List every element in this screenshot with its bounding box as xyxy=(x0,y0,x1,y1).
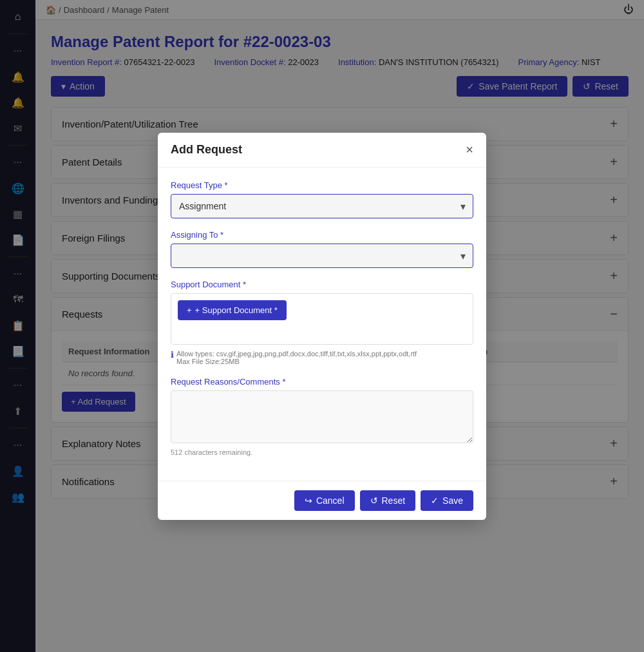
assigning-to-select-wrapper xyxy=(171,244,473,268)
support-document-area: + + Support Document * xyxy=(171,293,473,345)
support-document-label: Support Document * xyxy=(171,280,473,289)
file-info: ℹ Allow types: csv,gif,jpeg,jpg,png,pdf,… xyxy=(171,350,473,365)
modal-overlay[interactable]: Add Request × Request Type * AssignmentL… xyxy=(0,0,644,652)
assigning-to-label: Assigning To * xyxy=(171,230,473,240)
cancel-button[interactable]: ↪ Cancel xyxy=(294,490,355,511)
plus-icon: + xyxy=(187,305,192,315)
modal-reset-button[interactable]: ↺ Reset xyxy=(360,490,416,511)
modal-save-button[interactable]: ✓ Save xyxy=(421,490,473,511)
request-type-select[interactable]: AssignmentLicenseOther xyxy=(171,194,473,218)
request-type-label: Request Type * xyxy=(171,180,473,190)
reasons-group: Request Reasons/Comments * 512 character… xyxy=(171,377,473,456)
file-types-text: Allow types: csv,gif,jpeg,jpg,png,pdf,do… xyxy=(176,350,417,358)
support-document-group: Support Document * + + Support Document … xyxy=(171,280,473,365)
modal-header: Add Request × xyxy=(158,133,486,168)
modal-reset-icon: ↺ xyxy=(370,495,378,506)
modal-footer: ↪ Cancel ↺ Reset ✓ Save xyxy=(158,481,486,520)
char-remaining-text: 512 characters remaining. xyxy=(171,448,473,456)
modal-save-icon: ✓ xyxy=(431,495,439,506)
reasons-label: Request Reasons/Comments * xyxy=(171,377,473,387)
assigning-to-select[interactable] xyxy=(171,244,473,268)
modal-title: Add Request xyxy=(171,143,242,157)
max-file-size-text: Max File Size:25MB xyxy=(176,358,240,365)
modal-close-button[interactable]: × xyxy=(466,143,473,156)
reasons-textarea[interactable] xyxy=(171,390,473,443)
request-type-select-wrapper: AssignmentLicenseOther xyxy=(171,194,473,218)
add-request-modal: Add Request × Request Type * AssignmentL… xyxy=(158,133,486,520)
modal-body: Request Type * AssignmentLicenseOther As… xyxy=(158,168,486,481)
support-document-button[interactable]: + + Support Document * xyxy=(178,300,287,320)
info-icon: ℹ xyxy=(171,350,174,360)
request-type-group: Request Type * AssignmentLicenseOther xyxy=(171,180,473,218)
cancel-icon: ↪ xyxy=(305,495,312,506)
assigning-to-group: Assigning To * xyxy=(171,230,473,268)
